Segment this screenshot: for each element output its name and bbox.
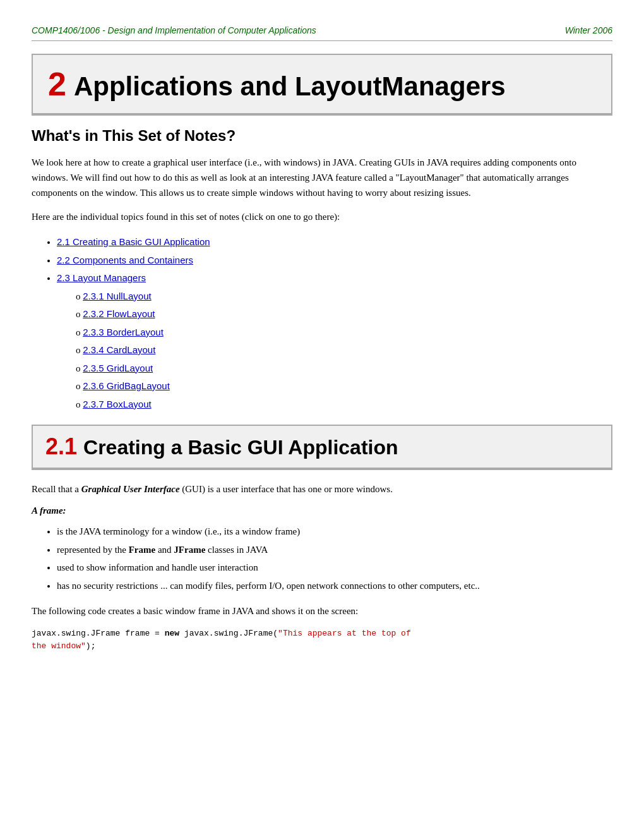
frame-a-text: A: [32, 505, 40, 516]
code-keyword-new: new: [165, 629, 179, 638]
bullet-3-text: used to show information and handle user…: [57, 562, 258, 572]
frame-italic-text: frame:: [40, 505, 66, 516]
toc-link-2-3-2[interactable]: 2.3.2 FlowLayout: [83, 308, 155, 319]
toc-link-2-3-3[interactable]: 2.3.3 BorderLayout: [83, 327, 164, 337]
toc-link-2-3-4[interactable]: 2.3.4 CardLayout: [83, 344, 155, 355]
section-2-1-number: 2.1: [45, 433, 77, 460]
bullet-2-after: classes in JAVA: [205, 545, 268, 555]
intro-paragraph-1: We look here at how to create a graphica…: [32, 155, 612, 200]
toc-item-1: 2.1 Creating a Basic GUI Application: [57, 233, 612, 251]
toc-link-2-1[interactable]: 2.1 Creating a Basic GUI Application: [57, 236, 210, 247]
section-2-1-box: 2.1 Creating a Basic GUI Application: [32, 425, 612, 469]
toc-link-2-3-5[interactable]: 2.3.5 GridLayout: [83, 363, 153, 373]
toc-subitem-2: 2.3.2 FlowLayout: [76, 305, 612, 323]
toc-link-2-3-6[interactable]: 2.3.6 GridBagLayout: [83, 380, 170, 391]
chapter-title-text: Applications and LayoutManagers: [74, 71, 506, 102]
bullet-2-middle: and: [155, 545, 174, 555]
toc-intro-text: Here are the individual topics found in …: [32, 209, 612, 224]
bullet-1-text: is the JAVA terminology for a window (i.…: [57, 526, 300, 536]
bullet-item-3: used to show information and handle user…: [57, 559, 612, 577]
chapter-divider: [32, 114, 612, 116]
code-line1-after: javax.swing.JFrame(: [179, 629, 278, 638]
bullet-item-1: is the JAVA terminology for a window (i.…: [57, 523, 612, 541]
code-intro-text: The following code creates a basic windo…: [32, 603, 612, 619]
course-title: COMP1406/1006 - Design and Implementatio…: [32, 25, 316, 35]
toc-link-2-3-7[interactable]: 2.3.7 BoxLayout: [83, 399, 151, 409]
recall-after: (GUI) is a user interface that has one o…: [180, 484, 393, 494]
bullet-item-2: represented by the Frame and JFrame clas…: [57, 541, 612, 559]
toc-list: 2.1 Creating a Basic GUI Application 2.2…: [32, 233, 612, 413]
header-bar: COMP1406/1006 - Design and Implementatio…: [32, 25, 612, 41]
toc-item-2: 2.2 Components and Containers: [57, 251, 612, 270]
term-label: Winter 2006: [565, 25, 612, 35]
section-2-1-title: 2.1 Creating a Basic GUI Application: [45, 433, 599, 460]
gui-term: Graphical User Interface: [81, 484, 180, 494]
toc-subitem-3: 2.3.3 BorderLayout: [76, 323, 612, 342]
toc-subitem-6: 2.3.6 GridBagLayout: [76, 377, 612, 396]
frame-bullet-list: is the JAVA terminology for a window (i.…: [32, 523, 612, 595]
recall-before: Recall that a: [32, 484, 81, 494]
toc-sublist: 2.3.1 NullLayout 2.3.2 FlowLayout 2.3.3 …: [57, 287, 612, 414]
section-2-1-title-text: Creating a Basic GUI Application: [83, 436, 398, 459]
toc-subitem-1: 2.3.1 NullLayout: [76, 287, 612, 306]
toc-subitem-4: 2.3.4 CardLayout: [76, 341, 612, 360]
jframe-class-bold: JFrame: [174, 545, 205, 555]
whats-in-title: What's in This Set of Notes?: [32, 127, 612, 145]
gui-section-content: Recall that a Graphical User Interface (…: [32, 481, 612, 652]
code-block: javax.swing.JFrame frame = new javax.swi…: [32, 627, 612, 652]
whats-in-section: What's in This Set of Notes? We look her…: [32, 127, 612, 413]
bullet-2-before: represented by the: [57, 545, 129, 555]
bullet-item-4: has no security restrictions ... can mod…: [57, 577, 612, 595]
code-string-2: the window": [32, 641, 86, 651]
toc-link-2-2[interactable]: 2.2 Components and Containers: [57, 255, 193, 265]
toc-link-2-3[interactable]: 2.3 Layout Managers: [57, 272, 146, 283]
code-string-1: "This appears at the top of: [278, 629, 411, 638]
chapter-number: 2: [48, 65, 66, 103]
code-line2-end: );: [86, 641, 96, 651]
code-line1-normal: javax.swing.JFrame frame =: [32, 629, 165, 638]
frame-label-text: A frame:: [32, 505, 612, 516]
toc-link-2-3-1[interactable]: 2.3.1 NullLayout: [83, 291, 151, 301]
recall-paragraph: Recall that a Graphical User Interface (…: [32, 481, 612, 497]
toc-subitem-7: 2.3.7 BoxLayout: [76, 396, 612, 414]
toc-subitem-5: 2.3.5 GridLayout: [76, 360, 612, 378]
toc-item-3: 2.3 Layout Managers 2.3.1 NullLayout 2.3…: [57, 269, 612, 413]
chapter-heading-box: 2 Applications and LayoutManagers: [32, 54, 612, 114]
frame-class-bold: Frame: [129, 545, 155, 555]
page-container: COMP1406/1006 - Design and Implementatio…: [19, 0, 625, 677]
chapter-title: 2 Applications and LayoutManagers: [48, 65, 596, 103]
bullet-4-text: has no security restrictions ... can mod…: [57, 581, 480, 591]
section-2-1-divider: [32, 469, 612, 470]
